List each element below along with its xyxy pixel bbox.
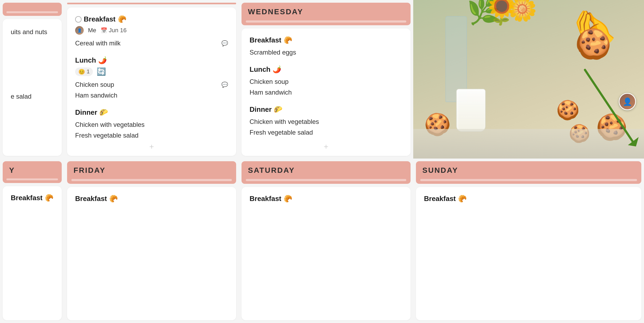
tuesday-breakfast-assignee: Me (88, 27, 96, 34)
wednesday-label: WEDNESDAY (241, 3, 411, 19)
add-reaction-icon[interactable]: 🔄 (97, 67, 106, 76)
sunday-card: Breakfast 🥐 (416, 187, 641, 320)
calendar-grid: uits and nuts e salad TUESDAY Breakfast … (0, 0, 644, 323)
wednesday-dinner-emoji: 🌮 (274, 105, 282, 114)
bottom-partial-breakfast-title: Breakfast 🥐 (11, 194, 54, 202)
wednesday-dinner-item-1-text: Chicken with vegetables (250, 118, 319, 125)
tuesday-breakfast-date-text: Jun 16 (109, 27, 127, 34)
monday-item-2-text: e salad (11, 93, 31, 100)
tuesday-lunch-reaction-1[interactable]: 😊 1 (75, 67, 93, 76)
tuesday-breakfast: Breakfast 🥐 👤 Me 📅 Jun 16 Cereal with mi… (75, 15, 228, 49)
tuesday-dinner-emoji: 🌮 (99, 108, 108, 117)
monday-header-sub (6, 11, 58, 13)
wednesday-lunch-item-2-text: Ham sandwich (250, 89, 292, 96)
monday-item-1-text: uits and nuts (11, 28, 47, 36)
wednesday-lunch-item-1-text: Chicken soup (250, 78, 288, 85)
wednesday-lunch-item-1: Chicken soup (250, 76, 402, 87)
tuesday-dinner-title: Dinner (75, 108, 97, 117)
wednesday-dinner-item-1: Chicken with vegetables (250, 116, 402, 127)
wednesday-dinner-title: Dinner (250, 105, 272, 114)
sunday-header-wrapper: SUNDAY (416, 161, 641, 184)
friday-breakfast-title: Breakfast (75, 195, 107, 203)
day-cell-wednesday: WEDNESDAY Breakfast 🥐 Scrambled eggs Lun… (239, 0, 413, 159)
reaction-emoji-1: 😊 (78, 69, 85, 75)
wednesday-breakfast-title: Breakfast (250, 36, 281, 44)
tuesday-breakfast-item-1: Cereal with milk 💬 (75, 38, 228, 49)
user-avatar-badge[interactable]: 👤 (619, 93, 636, 110)
wednesday-header-wrapper: WEDNESDAY (241, 3, 411, 25)
flowers-2: 🌼 (507, 0, 537, 23)
wednesday-breakfast-title-row: Breakfast 🥐 (250, 36, 402, 44)
monday-card-top: uits and nuts e salad (3, 19, 62, 156)
wednesday-dinner-title-row: Dinner 🌮 (250, 105, 402, 114)
comment-icon-breakfast[interactable]: 💬 (221, 40, 228, 46)
sunday-breakfast-title: Breakfast (424, 195, 456, 203)
wednesday-lunch-item-2: Ham sandwich (250, 87, 402, 98)
friday-header-sub (71, 179, 232, 181)
saturday-card: Breakfast 🥐 (241, 187, 411, 320)
friday-header-wrapper: FRIDAY (67, 161, 236, 184)
tuesday-lunch-item-2-text: Ham sandwich (75, 92, 117, 99)
tuesday-label: TUESDAY (67, 3, 236, 4)
saturday-breakfast-emoji: 🥐 (284, 195, 292, 203)
tuesday-dinner: Dinner 🌮 Chicken with vegetables Fresh v… (75, 108, 228, 141)
wednesday-card: Breakfast 🥐 Scrambled eggs Lunch 🌶️ Chic… (241, 28, 411, 156)
monday-item-1: uits and nuts (11, 27, 54, 37)
tuesday-add-button[interactable]: ＋ (148, 141, 155, 152)
day-cell-friday: FRIDAY Breakfast 🥐 (64, 159, 239, 323)
tuesday-dinner-item-2-text: Fresh vegetable salad (75, 132, 138, 139)
saturday-breakfast-title-row: Breakfast 🥐 (250, 195, 402, 203)
bottom-partial-breakfast-emoji: 🥐 (45, 194, 53, 202)
tuesday-breakfast-checkbox[interactable] (75, 16, 82, 23)
friday-breakfast-title-row: Breakfast 🥐 (75, 195, 228, 203)
food-photo: 🌿 🌻 🌼 🤌 🍪 🍪 🍪 🍪 🍪 👤 (413, 0, 644, 159)
friday-card: Breakfast 🥐 (67, 187, 236, 320)
tuesday-dinner-item-2: Fresh vegetable salad (75, 130, 228, 141)
tuesday-breakfast-emoji: 🥐 (118, 15, 126, 23)
bottom-partial-sub (6, 178, 58, 180)
table-surface (413, 129, 644, 159)
tuesday-lunch-item-2: Ham sandwich (75, 90, 228, 101)
comment-icon-lunch[interactable]: 💬 (221, 81, 228, 88)
saturday-breakfast-title: Breakfast (250, 195, 281, 203)
wednesday-breakfast: Breakfast 🥐 Scrambled eggs (250, 36, 402, 58)
milk-glass (456, 89, 486, 132)
monday-header (3, 3, 62, 16)
tuesday-lunch-title-row: Lunch 🌶️ (75, 56, 228, 64)
wednesday-dinner-item-2-text: Fresh vegetable salad (250, 129, 313, 136)
wednesday-lunch-title-row: Lunch 🌶️ (250, 65, 402, 74)
sunday-breakfast-emoji: 🥐 (458, 195, 467, 203)
photo-cell: 🌿 🌻 🌼 🤌 🍪 🍪 🍪 🍪 🍪 👤 (413, 0, 644, 159)
bottom-partial-header: Y (3, 161, 62, 183)
tuesday-lunch: Lunch 🌶️ 😊 1 🔄 Chicken soup 💬 Ham sandwi… (75, 56, 228, 101)
wednesday-lunch-title: Lunch (250, 65, 270, 74)
tuesday-breakfast-meta: 👤 Me 📅 Jun 16 (75, 26, 228, 35)
tuesday-lunch-reactions: 😊 1 🔄 (75, 67, 228, 76)
tuesday-lunch-item-1: Chicken soup 💬 (75, 79, 228, 90)
tuesday-dinner-item-1: Chicken with vegetables (75, 119, 228, 130)
wednesday-add-button[interactable]: ＋ (322, 141, 330, 152)
saturday-header-sub (246, 179, 406, 181)
bottom-partial-breakfast-text: Breakfast (11, 194, 43, 202)
monday-partial-meals: uits and nuts e salad (11, 27, 54, 102)
bottom-partial-meals: Breakfast 🥐 (11, 194, 54, 208)
tuesday-breakfast-date: 📅 Jun 16 (101, 27, 127, 34)
tuesday-lunch-emoji: 🌶️ (98, 56, 107, 64)
day-cell-bottom-partial: Y Breakfast 🥐 (0, 159, 64, 323)
monday-item-2: e salad (11, 91, 54, 102)
sunday-breakfast: Breakfast 🥐 (424, 195, 633, 203)
day-cell-sunday: SUNDAY Breakfast 🥐 (413, 159, 644, 323)
saturday-breakfast: Breakfast 🥐 (250, 195, 402, 203)
bottom-partial-card: Breakfast 🥐 (3, 186, 62, 320)
saturday-label: SATURDAY (241, 161, 411, 177)
wednesday-breakfast-item-1: Scrambled eggs (250, 47, 402, 58)
tuesday-dinner-title-row: Dinner 🌮 (75, 108, 228, 117)
friday-breakfast: Breakfast 🥐 (75, 195, 228, 203)
wednesday-breakfast-item-1-text: Scrambled eggs (250, 49, 296, 56)
tuesday-lunch-title: Lunch (75, 56, 96, 64)
calendar-icon: 📅 (101, 27, 107, 34)
sunday-breakfast-title-row: Breakfast 🥐 (424, 195, 633, 203)
day-cell-saturday: SATURDAY Breakfast 🥐 (239, 159, 413, 323)
day-cell-monday-top: uits and nuts e salad (0, 0, 64, 159)
friday-label: FRIDAY (67, 161, 236, 177)
